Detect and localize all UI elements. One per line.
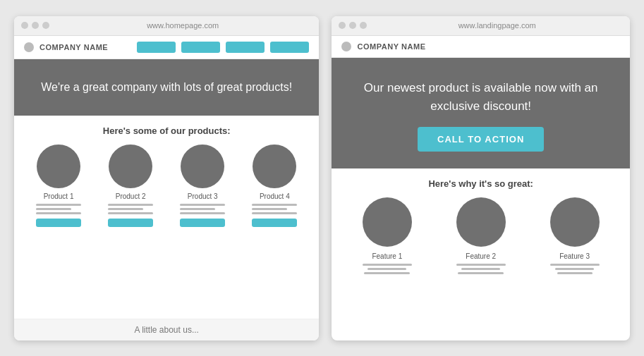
product-circle-1 <box>37 145 80 188</box>
product-circle-2 <box>109 145 152 188</box>
right-company-name: COMPANY NAME <box>357 42 425 51</box>
nav-btn-2[interactable] <box>181 42 220 53</box>
feature-label-2: Feature 2 <box>466 252 496 260</box>
product-cta-2[interactable] <box>108 219 153 227</box>
feature-lines-3 <box>550 264 600 274</box>
features-section: Here's why it's so great: Feature 1 Feat… <box>332 168 630 281</box>
feature-line <box>555 268 594 270</box>
right-hero: Our newest product is available now with… <box>332 58 630 169</box>
product-label-1: Product 1 <box>44 192 74 200</box>
window-controls <box>21 22 49 29</box>
left-url-bar[interactable]: www.homepage.com <box>61 21 305 30</box>
product-line <box>252 204 297 206</box>
features-title: Here's why it's so great: <box>341 178 620 189</box>
right-site-nav: COMPANY NAME <box>332 36 630 58</box>
feature-item-2: Feature 2 <box>442 197 520 274</box>
feature-item-3: Feature 3 <box>536 197 614 274</box>
about-footer: A little about us... <box>14 319 319 340</box>
left-browser-titlebar: www.homepage.com <box>14 16 319 36</box>
right-hero-text: Our newest product is available now with… <box>360 79 602 116</box>
feature-lines-1 <box>363 264 412 274</box>
feature-item-1: Feature 1 <box>348 197 426 274</box>
feature-line <box>456 264 506 266</box>
left-hero-text: We're a great company with lots of great… <box>28 79 305 97</box>
product-label-3: Product 3 <box>188 192 218 200</box>
product-lines-4 <box>252 204 297 214</box>
nav-btn-4[interactable] <box>270 42 309 53</box>
product-item-4: Product 4 <box>243 145 305 227</box>
product-lines-2 <box>108 204 153 214</box>
right-close-dot <box>339 22 346 29</box>
left-company-name: COMPANY NAME <box>40 43 108 51</box>
right-minimize-dot <box>349 22 356 29</box>
product-line <box>36 208 71 210</box>
feature-line <box>550 264 600 266</box>
about-footer-text: A little about us... <box>135 325 199 335</box>
product-item-1: Product 1 <box>28 145 90 227</box>
product-item-2: Product 2 <box>99 145 162 227</box>
feature-label-1: Feature 1 <box>372 252 402 260</box>
products-section: Here's some of our products: Product 1 P… <box>14 116 319 234</box>
product-line <box>36 212 81 214</box>
product-cta-4[interactable] <box>252 219 297 227</box>
product-line <box>252 208 287 210</box>
left-hero: We're a great company with lots of great… <box>14 59 319 116</box>
feature-line <box>364 272 410 274</box>
nav-btn-3[interactable] <box>226 42 265 53</box>
product-line <box>36 204 81 206</box>
product-label-4: Product 4 <box>260 192 290 200</box>
right-company-dot <box>341 42 351 51</box>
product-item-3: Product 3 <box>171 145 233 227</box>
product-line <box>108 208 143 210</box>
nav-btn-1[interactable] <box>137 42 176 53</box>
product-circle-4 <box>253 145 296 188</box>
right-browser: www.landingpage.com COMPANY NAME Our new… <box>332 16 630 340</box>
feature-line <box>363 264 412 266</box>
left-browser: www.homepage.com COMPANY NAME We're a gr… <box>14 16 319 340</box>
products-title: Here's some of our products: <box>24 125 309 136</box>
left-company-dot <box>24 42 34 52</box>
products-grid: Product 1 Product 2 <box>24 145 309 227</box>
right-browser-titlebar: www.landingpage.com <box>332 16 630 36</box>
feature-circle-3 <box>550 197 600 247</box>
feature-line <box>367 268 406 270</box>
product-line <box>180 204 225 206</box>
feature-line <box>461 268 500 270</box>
product-line <box>180 212 225 214</box>
cta-button[interactable]: CALL TO ACTION <box>418 127 544 152</box>
product-cta-1[interactable] <box>36 219 81 227</box>
product-cta-3[interactable] <box>180 219 225 227</box>
feature-label-3: Feature 3 <box>559 252 590 260</box>
product-line <box>108 204 153 206</box>
feature-line <box>557 272 593 274</box>
right-window-controls <box>339 22 367 29</box>
maximize-dot <box>42 22 49 29</box>
product-circle-3 <box>181 145 224 188</box>
close-dot <box>21 22 28 29</box>
right-url-bar[interactable]: www.landingpage.com <box>378 21 616 30</box>
feature-circle-2 <box>456 197 506 247</box>
product-line <box>108 212 153 214</box>
feature-line <box>458 272 504 274</box>
minimize-dot <box>32 22 39 29</box>
product-line <box>180 208 215 210</box>
product-lines-3 <box>180 204 225 214</box>
product-label-2: Product 2 <box>116 192 146 200</box>
feature-circle-1 <box>363 197 412 247</box>
right-maximize-dot <box>360 22 367 29</box>
features-grid: Feature 1 Feature 2 Feature 3 <box>341 197 620 274</box>
left-site-nav: COMPANY NAME <box>14 36 319 59</box>
feature-lines-2 <box>456 264 506 274</box>
product-lines-1 <box>36 204 81 214</box>
product-line <box>252 212 297 214</box>
